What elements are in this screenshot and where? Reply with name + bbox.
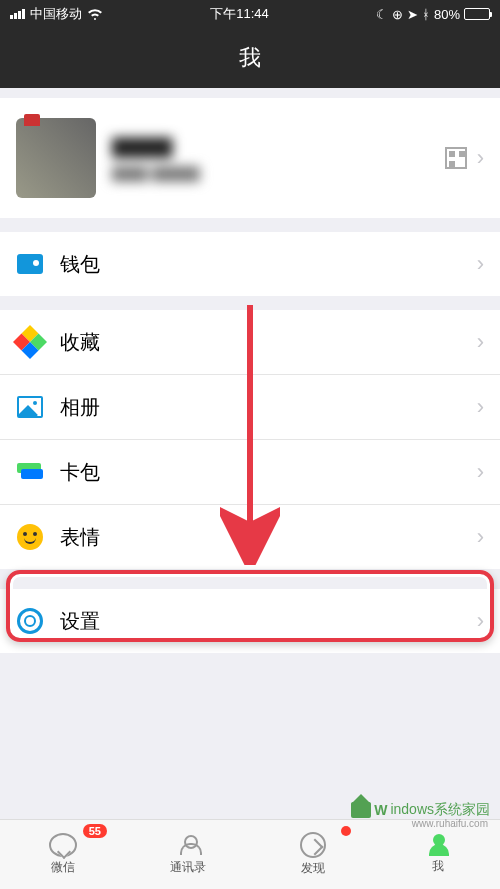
person-icon xyxy=(427,834,449,856)
location-icon: ➤ xyxy=(407,7,418,22)
cards-icon xyxy=(16,458,44,486)
row-stickers-label: 表情 xyxy=(60,524,477,551)
profile-info: ▇▇▇▇ ▇▇▇ ▇▇▇▇ xyxy=(112,134,445,182)
row-wallet-label: 钱包 xyxy=(60,251,477,278)
tab-wechat-label: 微信 xyxy=(51,859,75,876)
carrier-label: 中国移动 xyxy=(30,5,82,23)
watermark-text: indows系统家园 xyxy=(390,801,490,819)
compass-icon xyxy=(300,832,326,858)
row-album-label: 相册 xyxy=(60,394,477,421)
album-icon xyxy=(16,393,44,421)
status-right: ☾ ⊕ ➤ ᚼ 80% xyxy=(376,7,490,22)
status-bar: 中国移动 下午11:44 ☾ ⊕ ➤ ᚼ 80% xyxy=(0,0,500,28)
profile-id: ▇▇▇ ▇▇▇▇ xyxy=(112,164,445,182)
tab-discover-label: 发现 xyxy=(301,860,325,877)
chevron-right-icon: › xyxy=(477,145,484,171)
bluetooth-icon: ᚼ xyxy=(422,7,430,22)
row-album[interactable]: 相册 › xyxy=(0,375,500,440)
nav-bar: 我 xyxy=(0,28,500,88)
row-settings[interactable]: 设置 › xyxy=(0,589,500,653)
wallet-icon xyxy=(16,250,44,278)
watermark: Windows系统家园 www.ruhaifu.com xyxy=(351,801,490,819)
chevron-right-icon: › xyxy=(477,608,484,634)
chat-icon xyxy=(49,833,77,857)
tab-bar: 微信 55 通讯录 发现 我 xyxy=(0,819,500,889)
contacts-icon xyxy=(176,833,200,857)
chevron-right-icon: › xyxy=(477,524,484,550)
moon-icon: ☾ xyxy=(376,7,388,22)
tab-me[interactable]: 我 xyxy=(375,820,500,889)
row-cards-label: 卡包 xyxy=(60,459,477,486)
row-favorites-label: 收藏 xyxy=(60,329,477,356)
section-settings: 设置 › xyxy=(0,589,500,653)
tab-contacts[interactable]: 通讯录 xyxy=(125,820,250,889)
section-wallet: 钱包 › xyxy=(0,232,500,296)
battery-pct: 80% xyxy=(434,7,460,22)
row-cards[interactable]: 卡包 › xyxy=(0,440,500,505)
tab-wechat[interactable]: 微信 55 xyxy=(0,820,125,889)
favorites-icon xyxy=(16,328,44,356)
battery-icon xyxy=(464,8,490,20)
profile-row[interactable]: ▇▇▇▇ ▇▇▇ ▇▇▇▇ › xyxy=(0,98,500,218)
tab-me-label: 我 xyxy=(432,858,444,875)
chevron-right-icon: › xyxy=(477,459,484,485)
tab-discover[interactable]: 发现 xyxy=(250,820,375,889)
qr-code-icon[interactable] xyxy=(445,147,467,169)
house-icon xyxy=(351,802,371,818)
profile-name: ▇▇▇▇ xyxy=(112,134,445,158)
chevron-right-icon: › xyxy=(477,251,484,277)
settings-icon xyxy=(16,607,44,635)
page-title: 我 xyxy=(239,43,261,73)
watermark-url: www.ruhaifu.com xyxy=(412,818,488,829)
tab-wechat-badge: 55 xyxy=(83,824,107,838)
row-stickers[interactable]: 表情 › xyxy=(0,505,500,569)
signal-icon xyxy=(10,9,25,19)
status-time: 下午11:44 xyxy=(210,5,269,23)
lock-icon: ⊕ xyxy=(392,7,403,22)
status-left: 中国移动 xyxy=(10,5,103,23)
emoji-icon xyxy=(16,523,44,551)
avatar[interactable] xyxy=(16,118,96,198)
chevron-right-icon: › xyxy=(477,329,484,355)
row-settings-label: 设置 xyxy=(60,608,477,635)
wifi-icon xyxy=(87,8,103,20)
tab-contacts-label: 通讯录 xyxy=(170,859,206,876)
row-wallet[interactable]: 钱包 › xyxy=(0,232,500,296)
chevron-right-icon: › xyxy=(477,394,484,420)
tab-discover-dot xyxy=(341,826,351,836)
row-favorites[interactable]: 收藏 › xyxy=(0,310,500,375)
section-media: 收藏 › 相册 › 卡包 › 表情 › xyxy=(0,310,500,569)
